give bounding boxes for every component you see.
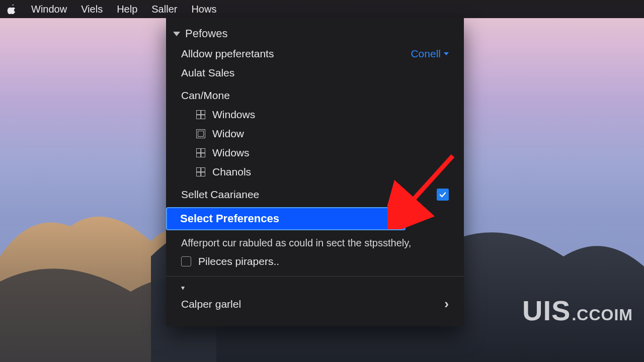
menu-item-widows[interactable]: Widows: [166, 143, 464, 162]
menu-item-right-link[interactable]: Conell: [411, 48, 449, 60]
menu-item-aulat[interactable]: Aulat Sales: [166, 63, 464, 82]
grid-icon: [196, 110, 205, 119]
menu-separator: [166, 276, 464, 277]
menu-item-select-preferences[interactable]: Select Preferences: [166, 207, 406, 230]
menu-item-allow[interactable]: Alldow ppeferetants Conell: [166, 44, 464, 63]
dropdown-section-header[interactable]: Pefowes: [166, 25, 464, 44]
menu-item-label: Select Preferences: [180, 212, 279, 225]
menu-item-canmone[interactable]: Can/Mone: [166, 82, 464, 105]
menu-item-hows[interactable]: Hows: [191, 4, 216, 15]
menu-item-viels[interactable]: Viels: [81, 4, 103, 15]
apple-menu-icon[interactable]: [7, 4, 17, 15]
menu-item-widow[interactable]: Widow: [166, 124, 464, 143]
menu-item-label: Can/Mone: [181, 89, 230, 102]
window-icon: [196, 129, 205, 138]
menu-item-window[interactable]: Window: [31, 4, 67, 15]
menu-item-label: Chanols: [212, 166, 251, 178]
menu-item-label: Sellet Caarianee: [181, 189, 259, 201]
grid-icon: [196, 167, 205, 176]
menu-item-help[interactable]: Help: [117, 4, 137, 15]
chevron-right-icon: ›: [444, 296, 449, 312]
menu-item-windows[interactable]: Windows: [166, 105, 464, 124]
menu-item-label: Aulat Sales: [181, 67, 234, 79]
chevron-down-icon: [444, 52, 449, 55]
menu-item-chanols[interactable]: Chanols: [166, 162, 464, 182]
menu-item-label: Pileces pirapers..: [198, 255, 279, 267]
disclosure-triangle-icon: [173, 32, 180, 36]
menu-item-label: Widows: [212, 147, 250, 159]
checkmark-badge-icon: [437, 189, 449, 201]
menu-item-pileces[interactable]: Pileces pirapers..: [166, 252, 464, 271]
menu-item-sellet-caarianee[interactable]: Sellet Caarianee: [166, 182, 464, 204]
dropdown-menu: Pefowes Alldow ppeferetants Conell Aulat…: [166, 18, 464, 326]
menu-item-label: Alldow ppeferetants: [181, 48, 274, 60]
checkbox-icon[interactable]: [181, 256, 191, 266]
watermark-text: UIS .CCOIM: [522, 294, 633, 327]
watermark-rest: .CCOIM: [572, 306, 633, 324]
menu-item-saller[interactable]: Saller: [151, 4, 177, 15]
watermark-big: UIS: [522, 294, 571, 327]
menu-item-label: Widow: [212, 128, 244, 140]
grid-icon: [196, 148, 205, 157]
menu-item-calper[interactable]: Calper garlel ›: [166, 293, 464, 315]
menu-description-text: Afferport cur rabuled as could in sect t…: [166, 233, 464, 252]
menu-bar: Window Viels Help Saller Hows: [0, 0, 644, 18]
collapsed-indicator-icon: ▾: [166, 282, 464, 293]
link-label: Conell: [411, 48, 441, 60]
menu-item-label: Calper garlel: [181, 298, 241, 310]
section-header-label: Pefowes: [185, 27, 227, 40]
menu-item-label: Windows: [212, 109, 255, 121]
